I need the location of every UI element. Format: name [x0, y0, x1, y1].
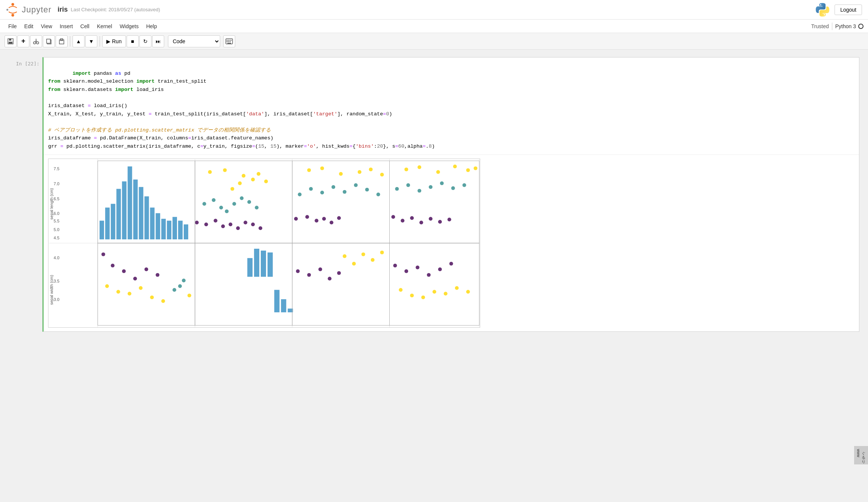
svg-point-98: [406, 183, 410, 187]
y-axis-label-45: 4.5: [54, 236, 59, 240]
menu-kernel[interactable]: Kernel: [93, 22, 116, 31]
svg-point-143: [380, 250, 384, 254]
svg-point-94: [453, 164, 457, 168]
y-axis-title-top: sepal length (cm): [49, 188, 54, 219]
svg-point-156: [466, 290, 470, 293]
jupyter-logo: Jupyter: [6, 3, 51, 17]
code-cell: In [22]: import pandas as pd from sklear…: [9, 57, 859, 332]
svg-rect-160: [390, 161, 479, 243]
logout-button[interactable]: Logout: [835, 5, 862, 15]
menu-help[interactable]: Help: [142, 22, 161, 31]
op-eq-9: =: [304, 144, 307, 149]
restart-button[interactable]: ↻: [139, 35, 151, 47]
svg-rect-30: [100, 221, 104, 239]
y-axis-label-60: 6.0: [54, 211, 59, 216]
svg-point-69: [251, 222, 255, 226]
svg-point-114: [133, 277, 137, 280]
svg-point-86: [305, 215, 309, 219]
svg-rect-19: [231, 40, 232, 41]
menu-edit[interactable]: Edit: [21, 22, 37, 31]
stop-button[interactable]: ■: [127, 35, 139, 47]
svg-rect-31: [105, 207, 110, 239]
plus-icon: +: [21, 37, 26, 45]
paste-button[interactable]: [56, 35, 68, 47]
svg-point-104: [392, 215, 395, 219]
cell-type-selector[interactable]: Code Markdown Raw NBConvert Heading: [168, 35, 220, 47]
svg-rect-131: [274, 290, 280, 312]
menu-view[interactable]: View: [37, 22, 56, 31]
menu-widgets[interactable]: Widgets: [116, 22, 142, 31]
kernel-status-indicator: [858, 24, 863, 29]
svg-point-102: [451, 186, 455, 190]
svg-point-146: [416, 265, 419, 269]
svg-point-55: [212, 198, 216, 202]
svg-point-1: [11, 14, 14, 16]
copy-button[interactable]: [43, 35, 55, 47]
svg-point-106: [410, 216, 414, 220]
svg-point-107: [419, 221, 423, 224]
svg-rect-38: [145, 196, 149, 239]
str-marker: 'o': [307, 144, 316, 149]
cut-button[interactable]: [30, 35, 42, 47]
svg-point-121: [150, 295, 154, 299]
op-eq-8: =: [252, 144, 255, 149]
notebook-area: In [22]: import pandas as pd from sklear…: [0, 50, 868, 502]
svg-rect-132: [281, 299, 286, 312]
svg-point-137: [328, 277, 331, 280]
svg-point-53: [230, 187, 234, 191]
svg-rect-32: [111, 204, 115, 239]
svg-point-140: [352, 262, 356, 265]
svg-point-119: [128, 292, 132, 295]
svg-rect-12: [47, 39, 50, 43]
scissors-icon: [33, 38, 39, 45]
svg-rect-20: [227, 41, 228, 42]
scroll-text-2: www: [856, 449, 860, 457]
num-8: 8: [429, 144, 432, 149]
trusted-badge[interactable]: Trusted: [808, 23, 832, 30]
svg-rect-129: [261, 250, 266, 277]
svg-point-153: [432, 290, 436, 293]
svg-rect-39: [150, 207, 154, 239]
svg-point-87: [315, 219, 318, 222]
svg-point-149: [449, 262, 453, 265]
svg-point-101: [440, 181, 444, 185]
jupyter-wordmark: Jupyter: [22, 5, 51, 15]
run-icon: ▶: [106, 38, 110, 44]
svg-rect-23: [227, 43, 231, 44]
menu-cell[interactable]: Cell: [77, 22, 93, 31]
str-data: 'data': [246, 111, 265, 117]
add-cell-button[interactable]: +: [17, 35, 29, 47]
svg-point-145: [404, 269, 408, 273]
keyboard-shortcut-button[interactable]: [223, 35, 235, 47]
checkpoint-info: Last Checkpoint: 2018/05/27 (autosaved): [71, 7, 160, 12]
menu-file[interactable]: File: [5, 22, 21, 31]
svg-point-139: [343, 254, 346, 258]
cell-body[interactable]: import pandas as pd from sklearn.model_s…: [42, 57, 859, 332]
svg-rect-40: [156, 213, 160, 239]
cell-input[interactable]: import pandas as pd from sklearn.model_s…: [44, 57, 859, 154]
svg-point-120: [139, 286, 143, 290]
num-15a: 15: [258, 144, 264, 149]
svg-point-138: [337, 271, 341, 275]
svg-rect-45: [184, 224, 188, 239]
save-button[interactable]: [5, 35, 17, 47]
menu-insert[interactable]: Insert: [56, 22, 77, 31]
move-up-button[interactable]: ▲: [73, 35, 85, 47]
svg-point-54: [203, 202, 206, 206]
svg-point-65: [221, 224, 225, 228]
menubar: File Edit View Insert Cell Kernel Widget…: [0, 20, 868, 33]
svg-point-142: [371, 258, 375, 262]
fast-forward-button[interactable]: ⏭: [152, 35, 164, 47]
svg-point-82: [354, 183, 358, 187]
svg-point-99: [417, 189, 421, 192]
run-button[interactable]: ▶ Run: [102, 35, 126, 47]
svg-point-49: [251, 177, 255, 181]
svg-point-57: [225, 209, 229, 213]
move-down-button[interactable]: ▼: [85, 35, 97, 47]
jupyter-icon: [6, 3, 20, 17]
svg-point-105: [401, 219, 404, 222]
svg-point-95: [466, 168, 470, 172]
scroll-text-1: ぐるり: [861, 449, 865, 461]
svg-point-108: [429, 217, 432, 221]
svg-point-96: [474, 166, 478, 170]
